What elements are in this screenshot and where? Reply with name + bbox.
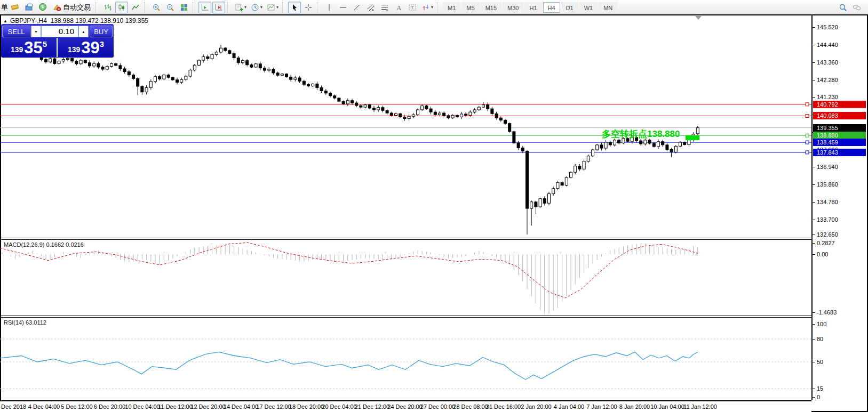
- price-tick: 15: [817, 385, 823, 392]
- price-tick: 143.360: [817, 59, 838, 66]
- price-tick: 136.940: [817, 164, 838, 170]
- rsi-indicator-label: RSI(14) 63.0112: [4, 319, 46, 326]
- price-tick: 0.00: [817, 251, 828, 257]
- mt4-window: 单 自动交易 ▾▾▾EFAT▾ M1M5M15M30H1H4D1W1MN ▲GB…: [0, 0, 868, 412]
- buy-button[interactable]: BUY: [90, 26, 113, 37]
- price-tick: 0: [817, 394, 820, 400]
- toolbar-right-group: [836, 2, 864, 13]
- price-level-label: 140.083: [813, 112, 866, 119]
- volume-decrease-button[interactable]: ▼: [31, 26, 41, 37]
- price-tick: 133.700: [817, 216, 838, 223]
- macd-value-main: 0.1662: [46, 241, 64, 248]
- community-icon: [853, 3, 861, 12]
- chart-canvas[interactable]: [0, 0, 811, 412]
- search-button[interactable]: [837, 2, 849, 13]
- highlight-rectangle[interactable]: [686, 135, 699, 140]
- buy-price[interactable]: 139393: [58, 37, 114, 57]
- macd-indicator-label: MACD(12,26,9) 0.1662 0.0216: [4, 241, 84, 248]
- price-tick: 100: [817, 321, 826, 327]
- macd-value-signal: 0.0216: [66, 241, 84, 248]
- sell-price[interactable]: 139355: [1, 37, 57, 57]
- price-tick: 142.280: [817, 77, 838, 83]
- price-tick: 135.860: [817, 181, 838, 188]
- price-level-label: 140.792: [813, 101, 866, 108]
- price-axis[interactable]: 145.520144.440143.360142.280141.230140.1…: [813, 15, 867, 400]
- chart-title: ▲GBPJPY-,H4 138.988 139.472 138.910 139.…: [3, 17, 148, 25]
- trade-panel-divider: [57, 38, 58, 57]
- volume-input[interactable]: 0.10: [41, 26, 78, 37]
- price-tick: 50: [817, 359, 823, 365]
- price-tick: 134.780: [817, 199, 838, 205]
- ohlc-values: 138.988 139.472 138.910 139.355: [51, 17, 149, 25]
- search-icon: [839, 3, 847, 12]
- price-tick: 132.650: [817, 231, 838, 238]
- rsi-value: 63.0112: [26, 319, 46, 326]
- price-tick: -1.4683: [817, 309, 837, 316]
- price-level-label: 138.459: [813, 139, 866, 146]
- chart-text-annotation[interactable]: 多空转折点138.880: [602, 128, 680, 140]
- community-button[interactable]: [850, 2, 863, 13]
- price-tick: 80: [817, 336, 823, 342]
- price-tick: 145.520: [817, 24, 838, 30]
- chart-shift-marker[interactable]: [695, 16, 702, 20]
- volume-increase-button[interactable]: ▲: [78, 26, 89, 37]
- current-price-label: 139.355: [813, 124, 866, 132]
- price-tick: 144.440: [817, 42, 838, 48]
- price-level-label: 137.843: [813, 149, 866, 156]
- collapse-panel-arrow[interactable]: ▲: [3, 19, 7, 23]
- price-tick: 141.230: [817, 94, 838, 100]
- symbol-period-label: GBPJPY-,H4: [10, 17, 47, 25]
- sell-button[interactable]: SELL: [2, 26, 30, 37]
- price-tick: 0.2827: [817, 240, 835, 246]
- one-click-trading-panel: SELL ▼ 0.10 ▲ BUY 139355 139393: [1, 24, 114, 58]
